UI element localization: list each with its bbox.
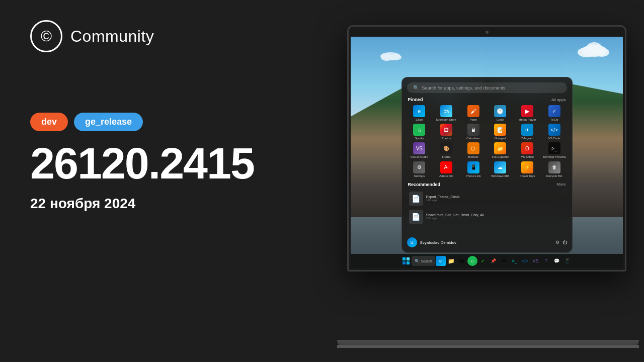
settings-icon: ⚙ [413, 161, 425, 173]
taskbar-edge-icon[interactable]: e [436, 256, 446, 266]
rec-file-name-1: Export_Teams_Chats [426, 195, 460, 199]
recycle-icon: 🗑 [548, 161, 560, 173]
app-phone-link[interactable]: 📱 Phone Link [461, 161, 486, 178]
msoffice-icon: O [521, 142, 533, 154]
app-media-player[interactable]: ▶ Media Player [515, 105, 540, 122]
win365-icon: ☁ [494, 161, 506, 173]
laptop-container: 🔍 Search for apps, settings, and documen… [332, 20, 644, 342]
vscode-label: VS Code [548, 137, 560, 140]
app-ms-office[interactable]: O MS Office [515, 142, 540, 159]
taskbar-start-button[interactable] [401, 256, 411, 266]
taskbar-pin-icon[interactable]: 📌 [489, 256, 499, 266]
taskbar-explorer-icon[interactable]: 📁 [446, 256, 456, 266]
power-off-icon[interactable]: ⏻ [562, 240, 567, 245]
clock-icon: 🕐 [494, 105, 506, 117]
app-paint[interactable]: 🖌 Paint [461, 105, 486, 122]
taskbar-term-icon[interactable]: >_ [510, 256, 520, 266]
taskbar-vs-icon[interactable]: VS [531, 256, 541, 266]
cloud-svg-2 [378, 49, 403, 61]
search-placeholder-text: Search for apps, settings, and documents [422, 85, 506, 90]
recommended-section: Recommended More 📄 Export_Teams_Chats 14… [407, 182, 567, 225]
app-terminal[interactable]: >_ Terminal Preview [542, 142, 567, 159]
svg-rect-8 [407, 257, 410, 260]
start-search-bar[interactable]: 🔍 Search for apps, settings, and documen… [407, 82, 567, 93]
power-settings-icon[interactable]: ⚙ [555, 240, 559, 245]
taskbar-search-icon: 🔍 [415, 259, 420, 263]
search-icon: 🔍 [413, 85, 419, 90]
rec-file-time-1: 14h ago [426, 199, 460, 202]
settings-label: Settings [414, 174, 425, 178]
start-user-bar: S Svyatoslav Demidov ⚙ ⏻ [407, 237, 567, 247]
app-microsoft-store[interactable]: 🛍 Microsoft Store [434, 105, 459, 122]
notepad-label: Notepad [495, 137, 506, 140]
calculator-icon: 🖩 [467, 124, 479, 136]
user-info[interactable]: S Svyatoslav Demidov [407, 237, 456, 247]
taskbar-check-icon[interactable]: ✓ [478, 256, 488, 266]
svg-point-3 [587, 42, 602, 52]
taskbar-store-icon[interactable]: 🛍 [457, 256, 467, 266]
media-player-icon: ▶ [521, 105, 533, 117]
app-adobe-cc[interactable]: Ai Adobe CC [434, 161, 459, 178]
app-file-explorer[interactable]: 📁 File Explorer [488, 142, 513, 159]
store-icon: 🛍 [440, 105, 452, 117]
phone-icon: 📱 [467, 161, 479, 173]
rec-item-2[interactable]: 📄 SharePoint_Site_Set_Read_Only_All 16h … [407, 208, 567, 225]
community-logo-text: Community [70, 27, 154, 46]
svg-rect-7 [403, 257, 406, 260]
todo-label: To Do [550, 118, 558, 122]
figma-label: Figma [442, 155, 451, 159]
app-telegram[interactable]: ✈ Telegram [515, 124, 540, 140]
user-action-icons: ⚙ ⏻ [555, 240, 567, 245]
taskbar-spotify-icon[interactable]: ♫ [467, 256, 477, 266]
msoffice-label: MS Office [521, 155, 534, 159]
svg-rect-9 [403, 261, 406, 264]
edge-label: Edge [416, 118, 423, 122]
phone-label: Phone Link [466, 174, 481, 178]
app-powertoyz[interactable]: ⚡ Power Toys [515, 161, 540, 178]
laptop-base [337, 340, 639, 348]
user-name: Svyatoslav Demidov [420, 240, 456, 245]
rec-file-icon-1: 📄 [409, 192, 423, 206]
app-visual-studio[interactable]: VS Visual Studio [407, 142, 432, 159]
adobe-icon: Ai [440, 161, 452, 173]
app-spotify[interactable]: ♫ Spotify [407, 124, 432, 140]
taskbar-search-label: Search [421, 259, 432, 263]
app-todo[interactable]: ✓ To Do [542, 105, 567, 122]
rec-file-time-2: 16h ago [426, 217, 485, 220]
rec-file-name-2: SharePoint_Site_Set_Read_Only_All [426, 213, 485, 217]
svg-point-6 [389, 54, 401, 60]
app-recycle-bin[interactable]: 🗑 Recycle Bin [542, 161, 567, 178]
taskbar-vscode-tb-icon[interactable]: </> [520, 256, 530, 266]
ge-release-badge: ge_release [74, 113, 143, 131]
app-notepad[interactable]: 📝 Notepad [488, 124, 513, 140]
taskbar: 🔍 Search e 📁 🛍 ♫ ✓ 📌 ✉ >_ </> VS T [351, 254, 623, 268]
taskbar-search[interactable]: 🔍 Search [412, 256, 435, 266]
laptop-screen-bezel: 🔍 Search for apps, settings, and documen… [347, 25, 626, 272]
pinned-section-header: Pinned All apps [407, 97, 567, 102]
app-photos[interactable]: 🖼 Photos [434, 124, 459, 140]
app-vscode[interactable]: </> VS Code [542, 124, 567, 140]
notepad-icon: 📝 [494, 124, 506, 136]
taskbar-teams-icon[interactable]: T [541, 256, 551, 266]
recommended-header: Recommended More [407, 182, 567, 187]
all-apps-link[interactable]: All apps [551, 98, 566, 102]
app-windows365[interactable]: ☁ Windows 365 [488, 161, 513, 178]
more-link[interactable]: More [556, 182, 566, 187]
pinned-label: Pinned [408, 97, 423, 102]
blender-label: Blender [468, 155, 478, 159]
cloud-svg [569, 38, 609, 58]
calculator-label: Calculator [466, 137, 480, 140]
app-clock[interactable]: 🕐 Clock [488, 105, 513, 122]
app-edge[interactable]: e Edge [407, 105, 432, 122]
taskbar-phone-tb-icon[interactable]: 📱 [562, 256, 573, 266]
app-figma[interactable]: 🎨 Figma [434, 142, 459, 159]
app-settings[interactable]: ⚙ Settings [407, 161, 432, 178]
taskbar-mail-icon[interactable]: ✉ [499, 256, 509, 266]
badges-container: dev ge_release [30, 113, 292, 131]
taskbar-chat-icon[interactable]: 💬 [552, 256, 562, 266]
rec-item-1[interactable]: 📄 Export_Teams_Chats 14h ago [407, 190, 567, 207]
rec-file-icon-2: 📄 [409, 210, 423, 224]
vstudio-icon: VS [413, 142, 425, 154]
app-blender[interactable]: ⬡ Blender [461, 142, 486, 159]
app-calculator[interactable]: 🖩 Calculator [461, 124, 486, 140]
